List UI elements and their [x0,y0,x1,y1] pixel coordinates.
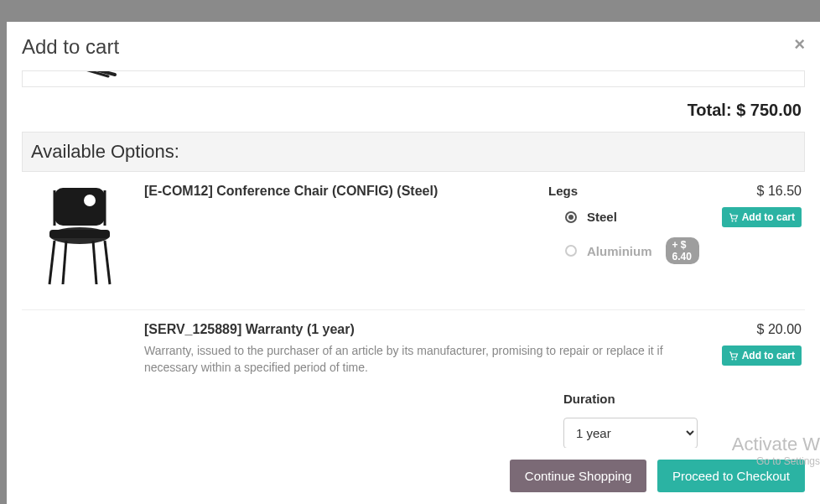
cart-total: Total: $ 750.00 [22,94,805,132]
option-item: [E-COM12] Conference Chair (CONFIG) (Ste… [22,172,805,310]
add-button-label: Add to cart [742,211,795,223]
svg-point-12 [731,358,733,360]
product-image-warranty [25,322,134,431]
item-price: $ 16.50 [709,184,802,199]
close-button[interactable]: × [794,35,805,54]
config-label-duration: Duration [563,392,699,406]
radio-option-aluminium[interactable]: Aluminium + $ 6.40 [565,237,699,264]
product-details: [SERV_125889] Warranty (1 year) Warranty… [144,322,699,448]
config-label-legs: Legs [548,184,699,198]
proceed-to-checkout-button[interactable]: Proceed to Checkout [657,460,805,492]
available-options-header: Available Options: [22,132,805,172]
svg-line-6 [63,241,66,284]
svg-point-10 [731,220,733,221]
svg-line-5 [105,241,110,284]
radio-icon [565,211,577,223]
previous-item-partial [22,70,805,87]
product-image-chair [25,184,134,293]
radio-icon [565,245,577,257]
svg-line-7 [93,241,96,284]
modal-header: Add to cart × [7,22,820,70]
add-button-label: Add to cart [742,350,795,361]
product-details: [E-COM12] Conference Chair (CONFIG) (Ste… [144,184,538,293]
product-title: [E-COM12] Conference Chair (CONFIG) (Ste… [144,184,538,199]
add-to-cart-button[interactable]: Add to cart [722,346,802,366]
modal-title: Add to cart [22,35,119,59]
product-description: Warranty, issued to the purchaser of an … [144,342,699,377]
price-column: $ 20.00 Add to cart [709,322,802,448]
radio-option-steel[interactable]: Steel [565,210,699,224]
total-value: $ 750.00 [736,101,802,119]
surcharge-badge: + $ 6.40 [666,237,700,264]
add-to-cart-button[interactable]: Add to cart [722,207,802,227]
price-column: $ 16.50 Add to cart [709,184,802,293]
svg-line-4 [49,241,54,284]
radio-label: Aluminium [587,244,652,258]
radio-label: Steel [587,210,617,224]
svg-rect-0 [54,188,105,226]
duration-select[interactable]: 1 year [563,418,698,448]
svg-point-11 [734,220,736,221]
item-price: $ 20.00 [709,322,802,337]
config-column: Legs Steel Aluminium + $ 6.40 [548,184,699,293]
modal-body[interactable]: Total: $ 750.00 Available Options: [7,70,820,448]
modal-footer: Continue Shopping Proceed to Checkout [7,448,820,504]
svg-rect-3 [49,230,110,238]
option-item: [SERV_125889] Warranty (1 year) Warranty… [22,310,805,448]
product-title: [SERV_125889] Warranty (1 year) [144,322,699,337]
cart-icon [729,213,739,222]
cart-icon [729,351,739,361]
add-to-cart-modal: Add to cart × Total: $ 750.00 Available … [7,22,820,504]
svg-point-1 [84,195,96,206]
svg-point-13 [734,358,736,360]
total-label: Total: [688,101,732,119]
continue-shopping-button[interactable]: Continue Shopping [510,460,647,492]
